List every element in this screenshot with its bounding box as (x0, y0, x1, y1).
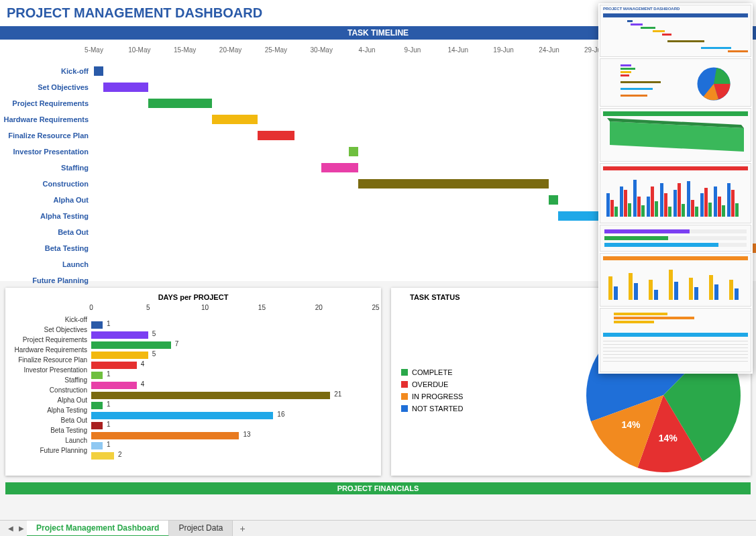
svg-rect-29 (695, 207, 698, 217)
bar-label: Finalize Resource Plan (11, 356, 91, 364)
svg-rect-42 (694, 287, 698, 300)
svg-rect-21 (718, 197, 721, 217)
thumb-gantt[interactable]: PROJECT MANAGEMENT DASHBOARD (600, 5, 751, 57)
gantt-bar (103, 83, 149, 92)
svg-rect-38 (654, 290, 658, 300)
gantt-task-label: Project Requirements (0, 99, 94, 107)
svg-rect-27 (668, 207, 671, 217)
bar (91, 402, 103, 409)
svg-rect-37 (649, 280, 653, 300)
gantt-bar (349, 147, 358, 156)
tab-nav-next[interactable]: ▶ (16, 523, 27, 535)
svg-rect-11 (714, 186, 717, 217)
financials-header: PROJECT FINANCIALS (5, 482, 751, 494)
svg-rect-40 (674, 282, 678, 300)
legend-swatch (401, 381, 408, 388)
bar-value: 1 (107, 441, 111, 448)
svg-rect-46 (735, 288, 739, 300)
bar-value: 1 (107, 400, 111, 408)
bar-value: 21 (334, 390, 341, 398)
bar-label: Project Requirements (11, 336, 91, 343)
bar-label: Investor Presentation (11, 366, 91, 374)
gantt-task-label: Alpha Testing (0, 212, 94, 220)
bar-value: 7 (175, 340, 179, 347)
thumb-bars-pie[interactable] (600, 58, 751, 107)
bar-row: Kick-off1 (11, 315, 376, 325)
bar (91, 382, 137, 389)
gantt-tick: 4-Jun (359, 46, 376, 54)
svg-rect-31 (722, 205, 725, 217)
bar-axis-tick: 25 (372, 304, 379, 311)
legend-label: NOT STARTED (412, 405, 463, 413)
bar-label: Future Planning (11, 447, 91, 454)
svg-rect-10 (700, 193, 704, 217)
tab-add[interactable]: + (233, 521, 252, 537)
thumb-progress[interactable] (600, 225, 751, 252)
legend-label: OVERDUE (412, 380, 448, 388)
svg-rect-6 (647, 197, 650, 217)
bar-label: Hardware Requirements (11, 346, 91, 354)
bar-row: Construction21 (11, 385, 376, 395)
legend-swatch (401, 393, 408, 400)
tab-nav-prev[interactable]: ◀ (5, 523, 16, 535)
gantt-task-label: Alpha Out (0, 196, 94, 204)
svg-rect-32 (735, 203, 739, 217)
bar-value: 1 (107, 320, 111, 327)
legend-item: OVERDUE (401, 380, 463, 388)
bar-value: 5 (152, 350, 156, 358)
gantt-tick: 20-May (219, 46, 241, 54)
svg-rect-28 (682, 204, 685, 217)
bar (91, 432, 239, 439)
svg-rect-34 (614, 286, 618, 300)
days-chart-title: DAYS per PROJECT (11, 293, 376, 301)
bar-label: Alpha Out (11, 396, 91, 404)
gantt-task-label: Kick-off (0, 67, 94, 75)
legend-swatch (401, 369, 408, 376)
svg-rect-15 (637, 197, 641, 217)
svg-rect-7 (660, 183, 663, 217)
bar-label: Beta Out (11, 417, 91, 424)
bar (91, 352, 148, 359)
pie-pct-label: 14% (659, 433, 678, 443)
bar-row: Future Planning2 (11, 445, 376, 455)
preview-thumbnail-strip: PROJECT MANAGEMENT DASHBOARD (598, 3, 753, 374)
bar (91, 452, 114, 460)
gantt-bar (148, 99, 212, 108)
sheet-tab[interactable]: Project Data (169, 521, 233, 537)
bar-label: Beta Testing (11, 427, 91, 434)
bar-value: 2 (118, 451, 122, 458)
gantt-bar (258, 131, 294, 140)
legend-label: COMPLETE (412, 368, 453, 376)
gantt-task-label: Staffing (0, 164, 94, 172)
bar-value: 4 (141, 360, 145, 368)
pie-pct-label: 14% (621, 419, 641, 430)
svg-rect-3 (606, 193, 610, 217)
gantt-task-label: Investor Presentation (0, 148, 94, 156)
gantt-tick: 5-May (85, 46, 103, 54)
bar (91, 331, 148, 339)
svg-rect-13 (610, 200, 614, 217)
gantt-task-label: Future Planning (0, 276, 94, 284)
bar-value: 1 (107, 370, 111, 378)
bar (91, 341, 171, 349)
svg-rect-36 (634, 283, 638, 300)
gantt-tick: 9-Jun (404, 46, 421, 54)
bar (91, 362, 137, 369)
bar (91, 372, 103, 379)
gantt-task-label: Beta Testing (0, 244, 94, 252)
svg-rect-20 (704, 188, 708, 217)
thumb-columns[interactable] (600, 163, 751, 223)
thumb-gold-columns[interactable] (600, 253, 751, 307)
svg-rect-25 (641, 205, 645, 217)
svg-rect-17 (664, 193, 667, 217)
sheet-tab[interactable]: Project Management Dashboard (27, 521, 169, 537)
gantt-bar (94, 66, 103, 76)
bar (91, 422, 103, 429)
bar-row: Project Requirements7 (11, 335, 376, 345)
gantt-task-label: Launch (0, 260, 94, 268)
thumb-funnel[interactable] (600, 108, 751, 162)
thumb-table[interactable] (600, 308, 751, 372)
bar-value: 4 (141, 380, 145, 388)
bar-value: 1 (107, 421, 111, 428)
bar-axis: 0510152025 (91, 304, 376, 315)
